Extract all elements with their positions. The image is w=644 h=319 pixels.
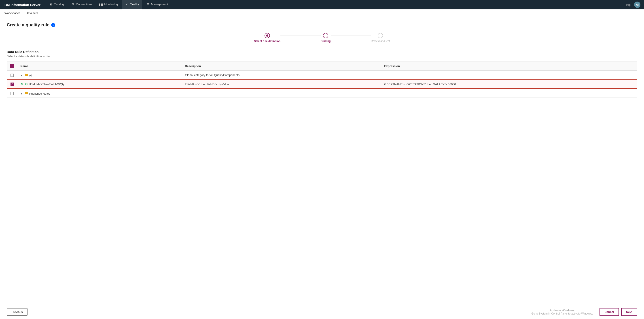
stepper: Select rule definition Binding Review an…	[7, 33, 637, 43]
page-title: Create a quality rule	[7, 22, 50, 28]
header-name: Name	[18, 62, 182, 71]
expand-arrow-3[interactable]: ►	[20, 92, 23, 95]
header-checkbox-cell	[7, 62, 18, 71]
row-name-cell-3: ► Published Rules	[18, 89, 182, 98]
nav-item-connections[interactable]: ☊ Connections	[68, 0, 95, 10]
row-checkbox-cell-1	[7, 71, 18, 80]
step-3-label: Review and test	[371, 40, 390, 43]
refresh-icon[interactable]: ↻	[20, 82, 23, 86]
nav-item-catalog[interactable]: ▣ Catalog	[46, 0, 67, 10]
sub-navigation: Workspaces Data sets	[0, 10, 644, 18]
app-brand: IBM Information Server	[4, 3, 40, 7]
table-body: ▼ All Global category for all QualityCom…	[7, 71, 637, 98]
page-title-row: Create a quality rule i	[7, 22, 637, 28]
table-row[interactable]: ► Published Rules	[7, 89, 637, 98]
row-expr-cell-3	[381, 89, 637, 98]
row-desc-cell-1: Global category for all QualityComponent…	[182, 71, 381, 80]
catalog-icon: ▣	[49, 3, 52, 6]
cancel-button[interactable]: Cancel	[600, 308, 619, 316]
avatar: AI	[634, 2, 640, 8]
header-checkbox[interactable]	[10, 64, 14, 68]
footer-right: Activate Windows Go to System in Control…	[531, 308, 637, 316]
table-row-selected[interactable]: ↻ ⚙ IfFieldaIsXThenFieldbGtQty If fieldA…	[7, 80, 637, 89]
folder-svg-3	[25, 91, 28, 95]
step-3: Review and test	[371, 33, 390, 43]
section-subtitle: Select a data rule definition to bind	[7, 55, 637, 58]
previous-button[interactable]: Previous	[7, 308, 28, 316]
table-header-row: Name Description Expression	[7, 62, 637, 71]
subnav-workspaces[interactable]: Workspaces	[4, 12, 20, 16]
nav-items: ▣ Catalog ☊ Connections ▮▮▮ Monitoring ✓…	[46, 0, 624, 10]
expand-arrow-1[interactable]: ▼	[20, 74, 23, 77]
subnav-datasets[interactable]: Data sets	[26, 12, 38, 16]
step-2-circle	[323, 33, 328, 38]
gear-icon: ⚙	[25, 82, 28, 86]
folder-icon-1	[25, 73, 28, 77]
step-2-label: Binding	[321, 40, 331, 43]
row-expr-cell-1	[381, 71, 637, 80]
step-1-label: Select rule definition	[254, 40, 280, 43]
row-desc-cell-2: If fieldA ='X' then fieldB > qtyValue	[182, 80, 381, 89]
footer: Previous Activate Windows Go to System i…	[0, 305, 644, 319]
connections-icon: ☊	[71, 3, 75, 6]
row-checkbox-1[interactable]	[10, 74, 14, 77]
management-icon: ☰	[146, 3, 150, 6]
row-checkbox-3[interactable]	[10, 92, 14, 95]
row-checkbox-cell-2	[7, 80, 18, 89]
step-3-circle	[378, 33, 383, 38]
step-connector-1	[280, 36, 321, 36]
table-head: Name Description Expression	[7, 62, 637, 71]
nav-item-quality[interactable]: ✓ Quality	[122, 0, 142, 10]
folder-icon-3	[25, 91, 28, 95]
table-row[interactable]: ▼ All Global category for all QualityCom…	[7, 71, 637, 80]
activate-windows-notice: Activate Windows Go to System in Control…	[531, 309, 593, 315]
row-expr-cell-2: if DEPTNAME = 'OPERATIONS' then SALARY >…	[381, 80, 637, 89]
step-2: Binding	[321, 33, 331, 43]
header-expression: Expression	[381, 62, 637, 71]
rule-table: Name Description Expression ▼	[7, 62, 637, 98]
next-button[interactable]: Next	[621, 308, 637, 316]
row-name-cell-1: ▼ All	[18, 71, 182, 80]
section-title: Data Rule Definition	[7, 50, 637, 54]
data-rule-section: Data Rule Definition Select a data rule …	[7, 50, 637, 98]
folder-svg-1	[25, 73, 28, 77]
quality-icon: ✓	[125, 3, 128, 6]
row-checkbox-cell-3	[7, 89, 18, 98]
nav-right: Help AI	[624, 2, 640, 8]
info-icon[interactable]: i	[51, 23, 55, 27]
main-content: Create a quality rule i Select rule defi…	[0, 18, 644, 319]
header-description: Description	[182, 62, 381, 71]
row-name-cell-2: ↻ ⚙ IfFieldaIsXThenFieldbGtQty	[18, 80, 182, 89]
row-desc-cell-3	[182, 89, 381, 98]
step-connector-2	[331, 36, 371, 36]
top-navigation: IBM Information Server ▣ Catalog ☊ Conne…	[0, 0, 644, 10]
nav-item-monitoring[interactable]: ▮▮▮ Monitoring	[96, 0, 121, 10]
monitoring-icon: ▮▮▮	[99, 3, 103, 6]
row-checkbox-2[interactable]	[10, 83, 14, 86]
help-link[interactable]: Help	[624, 3, 630, 7]
nav-item-management[interactable]: ☰ Management	[143, 0, 171, 10]
step-1-circle	[264, 33, 270, 38]
step-1: Select rule definition	[254, 33, 280, 43]
